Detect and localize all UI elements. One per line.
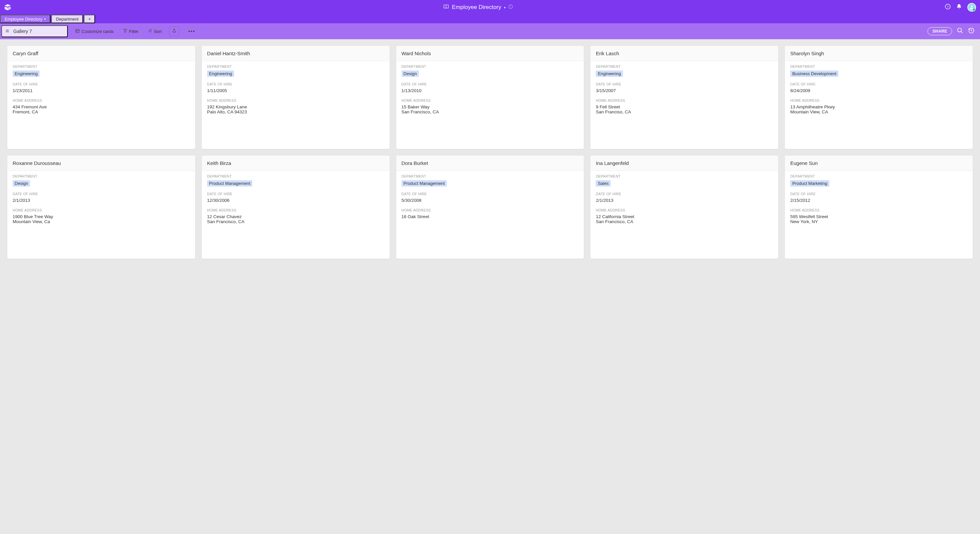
view-switcher[interactable]: Gallery 7 [1,25,68,37]
home-address-label: HOME ADDRESS [207,99,384,102]
date-of-hire-value: 8/24/2009 [790,88,967,93]
card-name: Erik Lasch [590,46,778,61]
address-line-1: 595 Westfell Street [790,214,967,219]
table-tab[interactable]: Department [51,14,83,23]
date-of-hire-label: DATE OF HIRE [790,192,967,196]
cards-icon [75,29,80,34]
department-label: DEPARTMENT [207,174,384,178]
date-of-hire-value: 1/11/2005 [207,88,384,93]
department-pill: Engineering [596,70,623,77]
card-name: Keith Birza [202,156,390,171]
date-of-hire-value: 1/13/2010 [402,88,579,93]
svg-rect-6 [510,6,511,8]
department-pill: Product Marketing [790,180,829,187]
base-name-text: Employee Directory [452,4,501,11]
employee-card[interactable]: Caryn GraffDEPARTMENTEngineeringDATE OF … [7,46,195,149]
employee-card[interactable]: Erik LaschDEPARTMENTEngineeringDATE OF H… [590,46,778,149]
employee-card[interactable]: Daniel Hantz-SmithDEPARTMENTEngineeringD… [202,46,390,149]
user-avatar[interactable] [967,3,976,12]
address-line-2: San Francisco, CA [596,219,773,224]
department-pill: Engineering [13,70,40,77]
filter-button[interactable]: Filter [121,25,141,37]
info-icon[interactable] [508,4,513,10]
date-of-hire-value: 2/1/2013 [13,198,190,203]
date-of-hire-value: 2/15/2012 [790,198,967,203]
filter-label: Filter [129,29,138,34]
date-of-hire-label: DATE OF HIRE [402,192,579,196]
employee-card[interactable]: Sharolyn SinghDEPARTMENTBusiness Develop… [785,46,973,149]
svg-point-9 [971,6,972,7]
department-pill: Product Management [207,180,252,187]
more-options-button[interactable] [185,25,199,37]
help-icon[interactable]: ? [945,4,951,11]
department-pill: Engineering [207,70,234,77]
department-label: DEPARTMENT [790,174,967,178]
book-icon [443,4,449,11]
sort-icon [148,29,152,34]
home-address-label: HOME ADDRESS [13,99,190,102]
app-topbar: Employee Directory ▾ ? [0,0,980,14]
share-export-icon [172,28,177,34]
date-of-hire-value: 1/23/2011 [13,88,190,93]
history-icon[interactable] [968,27,975,35]
address-line-2: Palo Alto, CA 94323 [207,109,384,115]
svg-marker-2 [8,6,11,10]
chevron-down-icon: ▾ [44,17,46,21]
share-export-button[interactable] [169,26,179,36]
employee-card[interactable]: Dora BurketDEPARTMENTProduct ManagementD… [396,156,584,259]
add-table-button[interactable]: ＋ [84,14,95,23]
card-name: Dora Burket [396,156,584,171]
search-icon[interactable] [957,27,963,35]
svg-marker-0 [5,4,11,6]
department-pill: Design [13,180,30,187]
home-address-label: HOME ADDRESS [790,99,967,102]
home-address-label: HOME ADDRESS [596,208,773,212]
date-of-hire-label: DATE OF HIRE [596,82,773,86]
plus-icon: ＋ [88,16,92,22]
address-line-1: 12 California Street [596,214,773,219]
home-address-label: HOME ADDRESS [207,208,384,212]
employee-card[interactable]: Keith BirzaDEPARTMENTProduct ManagementD… [202,156,390,259]
share-button[interactable]: SHARE [928,27,952,35]
customize-cards-button[interactable]: Customize cards [73,25,116,37]
department-label: DEPARTMENT [402,174,579,178]
notifications-icon[interactable] [956,4,962,11]
table-tab[interactable]: Employee Directory▾ [0,14,51,23]
address-line-2: San Francisco, CA [207,219,384,224]
table-tabs: Employee Directory▾Department ＋ [0,14,980,23]
date-of-hire-label: DATE OF HIRE [790,82,967,86]
department-pill: Business Development [790,70,838,77]
address-line-2: Mountain View, CA [790,109,967,115]
view-bar: Gallery 7 Customize cards Filter Sort [0,23,980,39]
department-label: DEPARTMENT [790,64,967,69]
date-of-hire-value: 5/30/2008 [402,198,579,203]
home-address-label: HOME ADDRESS [402,208,579,212]
date-of-hire-value: 12/30/2006 [207,198,384,203]
address-line-1: 12 Cesar Chavez [207,214,384,219]
department-label: DEPARTMENT [13,64,190,69]
home-address-label: HOME ADDRESS [790,208,967,212]
department-pill: Design [402,70,419,77]
address-line-1: 13 Amphitheatre Pkwy [790,104,967,109]
address-line-1: 1900 Blue Tree Way [13,214,190,219]
sort-button[interactable]: Sort [146,25,164,37]
employee-card[interactable]: Ward NicholsDEPARTMENTDesignDATE OF HIRE… [396,46,584,149]
svg-point-5 [510,6,511,6]
date-of-hire-label: DATE OF HIRE [402,82,579,86]
date-of-hire-label: DATE OF HIRE [207,192,384,196]
address-line-2: Mountain View, Ca [13,219,190,224]
app-logo-icon[interactable] [4,4,11,11]
employee-card[interactable]: Roxanne DurousseauDEPARTMENTDesignDATE O… [7,156,195,259]
department-pill: Sales [596,180,611,187]
date-of-hire-label: DATE OF HIRE [207,82,384,86]
card-name: Roxanne Durousseau [7,156,195,171]
address-line-1: 9 Fell Street [596,104,773,109]
department-label: DEPARTMENT [402,64,579,69]
address-line-2: New York, NY [790,219,967,224]
employee-card[interactable]: Eugene SunDEPARTMENTProduct MarketingDAT… [785,156,973,259]
tab-label: Employee Directory [5,17,42,22]
card-name: Daniel Hantz-Smith [202,46,390,61]
base-title[interactable]: Employee Directory ▾ [452,4,505,11]
employee-card[interactable]: Ina LangenfeldDEPARTMENTSalesDATE OF HIR… [590,156,778,259]
address-line-2: San Franciso, CA [596,109,773,115]
